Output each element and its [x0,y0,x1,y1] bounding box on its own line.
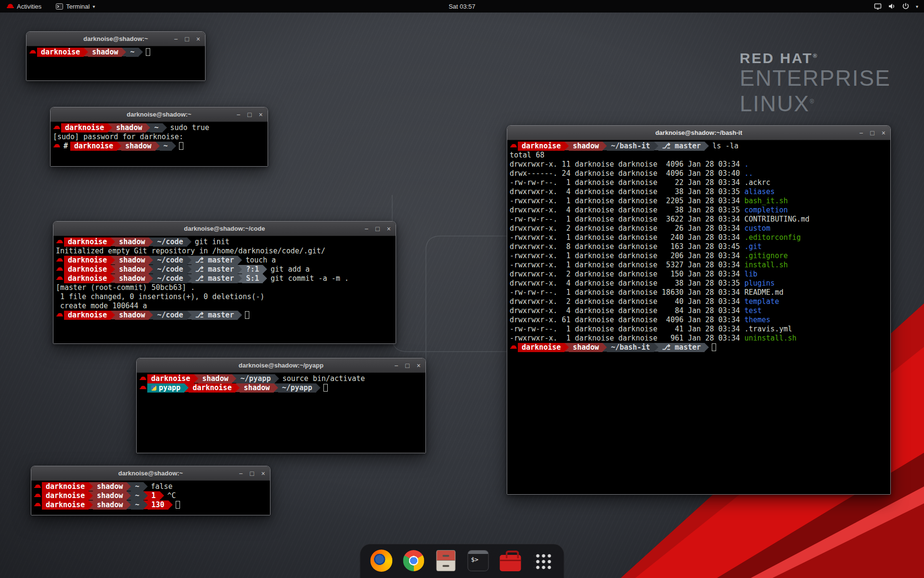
window-maximize-button[interactable]: □ [185,36,189,42]
window-titlebar[interactable]: darknoise@shadow:~/pyapp − □ × [137,358,425,373]
window-minimize-button[interactable]: − [239,470,243,477]
terminal-screen[interactable]: darknoiseshadow~/pyappsource bin/activat… [137,373,425,453]
prompt-segment-user: darknoise [61,123,108,132]
window-close-button[interactable]: × [196,36,200,42]
system-status-area[interactable]: ▾ [874,0,924,13]
window-minimize-button[interactable]: − [236,111,240,118]
terminal-text: drwxrwxr-x. 4 darknoise darknoise 84 Jan… [510,306,744,315]
directory-name: completion [744,206,788,214]
git-branch-icon: ⎇ [195,274,208,283]
prompt-segment-host: shadow [93,500,127,510]
powerline-arrow-icon [149,256,153,264]
terminal-screen[interactable]: darknoiseshadow~falsedarknoiseshadow~1^C… [31,481,270,515]
redhat-branding: RED HAT® ENTERPRISE LINUX® [740,50,891,116]
window-minimize-button[interactable]: − [174,36,178,42]
window-titlebar[interactable]: darknoise@shadow:~ − □ × [51,107,268,122]
window-titlebar[interactable]: darknoise@shadow:~ − □ × [26,32,205,46]
terminal-screen[interactable]: darknoiseshadow~/bash-it⎇ masterls -lato… [507,140,890,494]
directory-name: aliases [744,187,775,196]
terminal-line: -rwxrwxr-x. 1 darknoise darknoise 206 Ja… [510,251,890,261]
terminal-text: total 68 [510,151,544,159]
window-close-button[interactable]: × [387,225,391,232]
app-menu-label: Terminal [66,3,90,10]
terminal-cursor [176,501,180,509]
terminal-line: -rwxrwxr-x. 1 darknoise darknoise 961 Ja… [510,334,890,343]
branding-redhat-text: RED HAT® [740,50,891,66]
terminal-line: drwxrwxr-x. 4 darknoise darknoise 38 Jan… [510,206,890,215]
terminal-line: darknoiseshadow~130 [34,500,270,510]
powerline-arrow-icon [238,256,242,264]
powerline-arrow-icon [274,383,278,392]
window-minimize-button[interactable]: − [394,362,398,369]
powerline-arrow-icon [238,265,242,274]
powerline-arrow-icon [146,123,150,132]
dock-show-applications[interactable] [531,549,554,572]
powerline-arrow-icon [127,482,131,491]
terminal-cursor [179,142,183,150]
clock[interactable]: Sat 03:57 [444,0,480,13]
window-titlebar[interactable]: darknoise@shadow:~/bash-it − □ × [507,126,890,140]
window-title: darknoise@shadow:~ [118,470,183,477]
dock-file-manager[interactable] [435,549,458,572]
prompt-segment-path: ~ [150,123,162,132]
window-close-button[interactable]: × [882,130,886,136]
terminal-line: darknoiseshadow~/pyappsource bin/activat… [139,374,425,383]
terminal-line: drwxrwxr-x. 2 darknoise darknoise 26 Jan… [510,224,890,233]
dock-terminal[interactable]: $> [467,549,490,572]
window-minimize-button[interactable]: − [859,130,863,136]
window-maximize-button[interactable]: □ [247,111,251,118]
window-minimize-button[interactable]: − [364,225,368,232]
terminal-line: [master (root-commit) 50bcb63] . [56,283,396,292]
prompt-segment-host: shadow [115,237,149,247]
powerline-arrow-icon [263,265,267,274]
terminal-text: git commit -a -m . [270,274,349,283]
powerline-arrow-icon [111,237,115,246]
window-titlebar[interactable]: darknoise@shadow:~/code − □ × [53,222,396,236]
powerline-arrow-icon [155,142,160,150]
app-menu-terminal[interactable]: Terminal ▾ [53,0,98,13]
firefox-icon [371,550,393,572]
powerline-arrow-icon [111,265,115,274]
terminal-text: [sudo] password for darknoise: [53,132,183,141]
terminal-line: darknoiseshadow~/code⎇ master [56,311,396,320]
window-maximize-button[interactable]: □ [375,225,379,232]
prompt-segment-git-branch: ⎇ master [192,256,238,265]
powerline-arrow-icon [235,383,240,392]
terminal-cursor [323,384,328,392]
window-titlebar[interactable]: darknoise@shadow:~ − □ × [31,466,270,481]
activities-label: Activities [17,3,41,10]
terminal-screen[interactable]: darknoiseshadow~sudo true[sudo] password… [51,122,268,166]
window-close-button[interactable]: × [417,362,421,369]
terminal-line: -rwxrwxr-x. 1 darknoise darknoise 5327 J… [510,261,890,270]
terminal-text: -rwxrwxr-x. 1 darknoise darknoise 5327 J… [510,261,744,269]
powerline-arrow-icon [316,383,321,392]
terminal-line: darknoiseshadow~/code⎇ mastertouch a [56,256,396,265]
window-close-button[interactable]: × [259,111,263,118]
powerline-arrow-icon [117,142,121,150]
powerline-arrow-icon [263,274,267,283]
terminal-line: drwxrwxr-x. 4 darknoise darknoise 38 Jan… [510,187,890,197]
file-manager-icon [436,550,456,571]
terminal-screen[interactable]: darknoiseshadow~/codegit initInitialized… [53,236,396,343]
window-maximize-button[interactable]: □ [405,362,409,369]
terminal-screen[interactable]: darknoiseshadow~ [26,46,205,80]
terminal-text: false [151,482,173,491]
window-maximize-button[interactable]: □ [250,470,254,477]
powerline-arrow-icon [149,311,153,319]
terminal-text: # [64,142,68,150]
dock-chrome[interactable] [402,549,425,572]
branding-linux-text: LINUX® [740,90,891,116]
window-close-button[interactable]: × [261,470,265,477]
powerline-arrow-icon [160,491,164,500]
branding-enterprise-text: ENTERPRISE [740,66,891,90]
prompt-segment-user: darknoise [64,274,111,283]
dock-firefox[interactable] [370,549,393,572]
terminal-text: touch a [245,256,276,264]
powerline-arrow-icon [127,491,131,500]
prompt-segment-host: shadow [115,311,149,320]
terminal-text: drwxrwxr-x. 4 darknoise darknoise 38 Jan… [510,187,744,196]
window-maximize-button[interactable]: □ [870,130,874,136]
prompt-segment-git-branch: ⎇ master [192,274,238,283]
activities-button[interactable]: Activities [4,0,44,13]
dock-toolbox[interactable] [499,549,522,572]
